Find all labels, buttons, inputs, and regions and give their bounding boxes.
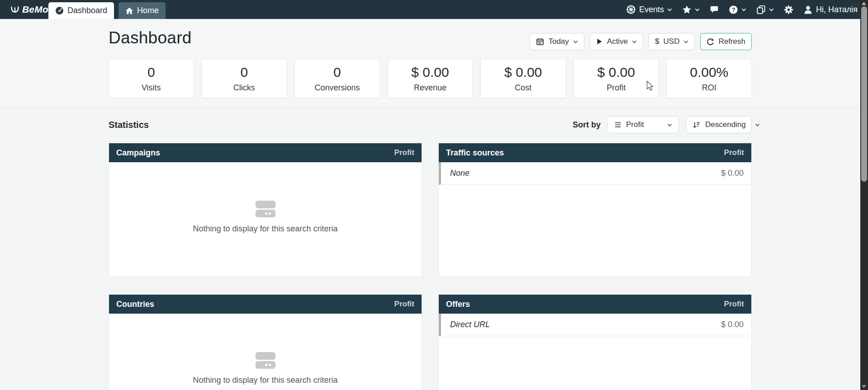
scroll-down-arrow-icon[interactable]	[862, 385, 866, 388]
tab-label: Home	[137, 6, 159, 15]
sort-controls: Sort by Profit Des	[573, 116, 752, 133]
database-icon	[255, 352, 276, 370]
empty-state: Nothing to display for this search crite…	[109, 314, 422, 390]
card-value: 0	[241, 65, 248, 80]
gear-icon	[784, 5, 793, 14]
events-label: Events	[639, 5, 664, 14]
page-title: Dashboard	[109, 28, 192, 47]
card-visits: 0 Visits	[109, 59, 194, 98]
panel-traffic-sources: Traffic sources Profit None $ 0.00	[438, 143, 752, 277]
sort-order-value: Descending	[705, 120, 746, 129]
panel-value-column: Profit	[724, 300, 744, 309]
header-toolbar: Today Active $ USD	[530, 33, 752, 50]
panel-title: Countries	[116, 300, 154, 309]
card-value: $ 0.00	[411, 65, 449, 80]
star-icon	[682, 5, 692, 14]
tab-dashboard[interactable]: Dashboard	[48, 2, 114, 19]
bemob-leaf-icon	[10, 5, 20, 14]
sort-field-value: Profit	[626, 120, 644, 129]
empty-state-text: Nothing to display for this search crite…	[193, 224, 337, 234]
status-filter-label: Active	[607, 37, 628, 46]
panel-header: Traffic sources Profit	[439, 143, 751, 162]
user-greeting: Hi, Наталія	[816, 5, 858, 14]
card-profit: $ 0.00 Profit	[574, 59, 659, 98]
chevron-down-icon	[667, 123, 672, 127]
statistics-heading: Statistics	[109, 120, 149, 130]
svg-text:?: ?	[731, 6, 735, 13]
sort-order-dropdown[interactable]: Descending	[686, 116, 752, 133]
refresh-label: Refresh	[718, 37, 745, 46]
card-label: ROI	[702, 83, 716, 93]
panel-campaigns: Campaigns Profit Nothing	[109, 143, 422, 277]
empty-state: Nothing to display for this search crite…	[109, 162, 422, 277]
summary-cards: 0 Visits 0 Clicks 0 Conversions $ 0.00 R…	[109, 59, 752, 98]
card-clicks: 0 Clicks	[202, 59, 287, 98]
refresh-icon	[707, 38, 714, 46]
sort-field-dropdown[interactable]: Profit	[607, 116, 679, 133]
chevron-down-icon	[695, 8, 700, 12]
panel-countries: Countries Profit Nothing	[109, 294, 422, 390]
card-conversions: 0 Conversions	[294, 59, 380, 98]
mouse-cursor	[646, 80, 656, 91]
currency-label: USD	[664, 37, 680, 46]
events-menu[interactable]: Events	[626, 5, 672, 14]
scroll-up-arrow-icon[interactable]	[862, 2, 866, 5]
chevron-down-icon	[741, 8, 746, 12]
row-value: $ 0.00	[721, 169, 744, 178]
panel-title: Offers	[446, 300, 470, 309]
dashboard-gauge-icon	[55, 6, 64, 15]
card-value: $ 0.00	[597, 65, 635, 80]
chevron-down-icon	[683, 40, 688, 44]
card-revenue: $ 0.00 Revenue	[388, 59, 473, 98]
panel-title: Campaigns	[116, 148, 160, 158]
nav-tabs: Dashboard Home	[48, 2, 166, 19]
tab-home[interactable]: Home	[119, 2, 166, 19]
panel-value-column: Profit	[394, 300, 414, 309]
status-filter-button[interactable]: Active	[590, 33, 643, 50]
feedback-button[interactable]	[710, 5, 719, 14]
panel-header: Offers Profit	[439, 295, 751, 314]
help-menu[interactable]: ?	[729, 5, 746, 14]
chevron-down-icon	[769, 8, 774, 12]
table-row[interactable]: Direct URL $ 0.00	[439, 314, 751, 336]
navbar-right-menu: Events ?	[626, 0, 858, 19]
row-value: $ 0.00	[721, 320, 744, 329]
help-icon: ?	[729, 5, 738, 14]
panel-title: Traffic sources	[446, 148, 504, 158]
panel-header: Campaigns Profit	[109, 143, 422, 162]
brand-logo[interactable]: BeMob	[10, 0, 54, 19]
menu-icon	[614, 122, 621, 128]
panel-value-column: Profit	[394, 148, 414, 157]
refresh-button[interactable]: Refresh	[700, 33, 752, 50]
chevron-down-icon	[755, 123, 760, 127]
table-row[interactable]: None $ 0.00	[439, 162, 751, 185]
currency-button[interactable]: $ USD	[649, 33, 695, 50]
card-label: Cost	[515, 83, 531, 93]
sort-by-label: Sort by	[573, 120, 601, 130]
scrollbar-thumb[interactable]	[861, 6, 867, 182]
user-icon	[803, 5, 813, 14]
card-value: 0.00%	[690, 65, 728, 80]
favorites-menu[interactable]	[682, 5, 700, 14]
row-name: None	[450, 169, 470, 178]
events-icon	[626, 5, 636, 14]
chat-icon	[710, 5, 719, 14]
tab-label: Dashboard	[67, 6, 107, 15]
dollar-icon: $	[655, 37, 659, 46]
empty-state-text: Nothing to display for this search crite…	[193, 376, 337, 385]
chevron-down-icon	[573, 40, 578, 44]
settings-button[interactable]	[784, 5, 793, 14]
row-name: Direct URL	[450, 320, 490, 329]
user-menu[interactable]: Hi, Наталія	[803, 5, 858, 14]
top-navbar: BeMob Dashboard Home	[0, 0, 860, 19]
workspaces-menu[interactable]	[756, 5, 774, 14]
date-range-button[interactable]: Today	[530, 33, 584, 50]
vertical-scrollbar[interactable]	[860, 0, 868, 390]
card-label: Clicks	[233, 83, 255, 93]
card-label: Revenue	[414, 83, 446, 93]
calendar-icon	[536, 38, 544, 46]
home-icon	[125, 7, 133, 15]
panel-header: Countries Profit	[109, 295, 422, 314]
card-cost: $ 0.00 Cost	[480, 59, 566, 98]
card-label: Profit	[607, 83, 626, 93]
